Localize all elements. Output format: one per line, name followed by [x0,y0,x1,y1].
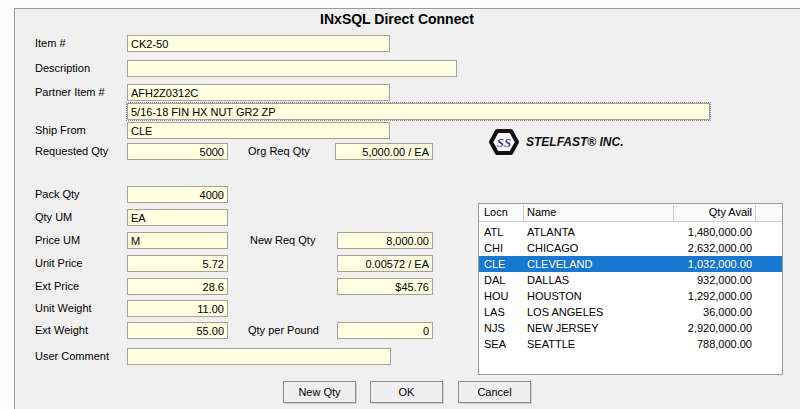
stelfast-logo: SS STELFAST® INC. [489,127,624,157]
unit-weight-label: Unit Weight [35,300,92,317]
cell-locn: LAS [484,304,505,320]
item-description-field[interactable] [127,103,710,120]
cell-locn: NJS [484,320,505,336]
cell-name: HOUSTON [527,288,582,304]
cell-qty-avail: 932,000.00 [697,272,752,288]
cell-qty-avail: 2,632,000.00 [688,240,752,256]
price-um-label: Price UM [35,232,80,249]
cell-name: NEW JERSEY [527,320,599,336]
pack-qty-field[interactable] [127,186,228,203]
cell-qty-avail: 788,000.00 [697,336,752,352]
cell-locn: DAL [484,272,505,288]
cell-qty-avail: 1,032,000.00 [688,256,752,272]
cell-locn: ATL [484,224,503,240]
ext-price-label: Ext Price [35,278,79,295]
cell-qty-avail: 1,480,000.00 [688,224,752,240]
cell-name: LOS ANGELES [527,304,603,320]
new-req-qty-label: New Req Qty [250,232,315,249]
description-field[interactable] [127,60,457,77]
column-header-qty-avail[interactable]: Qty Avail [709,204,752,221]
item-number-label: Item # [35,35,66,52]
unit-price-per-ea-field[interactable] [337,255,433,272]
qty-per-pound-field[interactable] [337,322,433,339]
ext-price-field[interactable] [127,278,228,295]
pack-qty-label: Pack Qty [35,186,80,203]
ext-weight-field[interactable] [127,322,228,339]
org-req-qty-field[interactable] [335,143,433,160]
ext-price-total-field[interactable] [337,278,433,295]
table-header: Locn Name Qty Avail [479,204,782,222]
ext-weight-label: Ext Weight [35,322,88,339]
table-row[interactable]: CHI CHICAGO 2,632,000.00 [479,240,782,256]
item-number-field[interactable] [127,35,390,52]
table-row-selected[interactable]: CLE CLEVELAND 1,032,000.00 [479,256,782,272]
table-row[interactable]: DAL DALLAS 932,000.00 [479,272,782,288]
table-row[interactable]: SEA SEATTLE 788,000.00 [479,336,782,352]
table-row[interactable]: ATL ATLANTA 1,480,000.00 [479,224,782,240]
table-row[interactable]: LAS LOS ANGELES 36,000.00 [479,304,782,320]
cell-qty-avail: 2,920,000.00 [688,320,752,336]
partner-item-label: Partner Item # [35,84,105,101]
column-divider [523,205,524,221]
cell-qty-avail: 36,000.00 [703,304,752,320]
requested-qty-label: Requested Qty [35,143,108,160]
cell-name: ATLANTA [527,224,575,240]
ok-button[interactable]: OK [370,381,443,403]
cell-qty-avail: 1,292,000.00 [688,288,752,304]
cell-name: CHICAGO [527,240,578,256]
page-title: INxSQL Direct Connect [0,11,794,27]
cell-name: SEATTLE [527,336,575,352]
ship-from-field[interactable] [127,122,390,139]
warehouse-availability-table[interactable]: Locn Name Qty Avail ATL ATLANTA 1,480,00… [478,203,783,375]
svg-text:SS: SS [497,135,511,150]
stelfast-logo-text: STELFAST® INC. [526,135,624,149]
description-label: Description [35,60,90,77]
unit-price-label: Unit Price [35,255,83,272]
table-row[interactable]: NJS NEW JERSEY 2,920,000.00 [479,320,782,336]
cell-name: CLEVELAND [527,256,592,272]
price-um-field[interactable] [127,232,228,249]
partner-item-field[interactable] [127,84,390,101]
column-header-locn[interactable]: Locn [484,204,508,221]
qty-um-label: Qty UM [35,209,72,226]
qty-um-field[interactable] [127,209,228,226]
requested-qty-field[interactable] [127,143,228,160]
cell-locn: HOU [484,288,508,304]
ship-from-label: Ship From [35,122,86,139]
cancel-button[interactable]: Cancel [458,381,531,403]
column-divider [755,205,756,221]
cell-locn: CHI [484,240,503,256]
qty-per-pound-label: Qty per Pound [248,322,319,339]
stelfast-hexagon-icon: SS [489,127,519,157]
table-row[interactable]: HOU HOUSTON 1,292,000.00 [479,288,782,304]
user-comment-label: User Comment [35,348,109,365]
unit-weight-field[interactable] [127,300,228,317]
column-divider [673,205,674,221]
cell-locn: SEA [484,336,506,352]
new-req-qty-field[interactable] [337,232,433,249]
unit-price-field[interactable] [127,255,228,272]
user-comment-field[interactable] [127,348,391,365]
org-req-qty-label: Org Req Qty [248,143,310,160]
new-qty-button[interactable]: New Qty [283,381,356,403]
column-header-name[interactable]: Name [527,204,556,221]
cell-name: DALLAS [527,272,569,288]
cell-locn: CLE [484,256,505,272]
